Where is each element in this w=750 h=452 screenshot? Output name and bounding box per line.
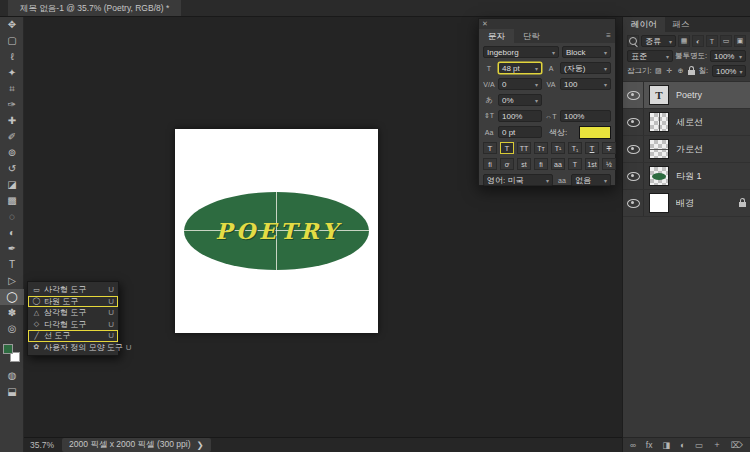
horizontal-scale-input[interactable]: 100% <box>560 110 611 122</box>
flyout-item-triangle-tool[interactable]: △ 삼각형 도구 U <box>28 307 118 319</box>
opacity-select[interactable]: 100% ▾ <box>710 50 746 62</box>
strikethrough-button[interactable]: T <box>602 142 616 154</box>
faux-italic-button[interactable]: T <box>500 142 514 154</box>
ligatures-button[interactable]: fi <box>483 158 497 170</box>
document-tab[interactable]: 제목 없음-1 @ 35.7% (Poetry, RGB/8) * <box>8 0 181 16</box>
poetry-text[interactable]: POETRY <box>184 192 369 270</box>
eyedropper-tool[interactable]: ✑ <box>0 97 24 113</box>
shape-tool[interactable]: ◯ <box>0 289 24 305</box>
history-brush-tool[interactable]: ↺ <box>0 161 24 177</box>
zoom-tool[interactable]: ◎ <box>0 321 24 337</box>
font-family-select[interactable]: Ingeborg ▾ <box>483 46 559 58</box>
blend-mode-select[interactable]: 표준 ▾ <box>627 50 673 62</box>
layer-visibility-toggle[interactable] <box>623 82 644 108</box>
fractions-button[interactable]: ½ <box>602 158 616 170</box>
underline-button[interactable]: T <box>585 142 599 154</box>
panel-menu-icon[interactable]: ≡ <box>602 29 615 43</box>
layer-name[interactable]: 타원 1 <box>676 170 746 183</box>
superscript-button[interactable]: T¹ <box>551 142 565 154</box>
layer-thumbnail[interactable] <box>649 112 669 132</box>
small-caps-button[interactable]: Tᴛ <box>534 142 548 154</box>
flyout-item-custom-shape-tool[interactable]: ✿ 사용자 정의 모양 도구 U <box>28 342 118 354</box>
flyout-item-line-tool[interactable]: ╱ 선 도구 U <box>28 330 118 342</box>
layer-visibility-toggle[interactable] <box>623 190 644 216</box>
layer-row-vertical-line[interactable]: 세로선 <box>623 109 750 136</box>
faux-bold-button[interactable]: T <box>483 142 497 154</box>
subscript-button[interactable]: T₁ <box>568 142 582 154</box>
lock-position-button[interactable]: ⊕ <box>676 67 685 75</box>
lock-all-button[interactable] <box>687 67 696 76</box>
stylistic-alternates-button[interactable]: aa <box>551 158 565 170</box>
dodge-tool[interactable]: ◐ <box>0 225 24 241</box>
adjustment-layer-icon[interactable]: ◐ <box>680 440 685 450</box>
layer-name[interactable]: 세로선 <box>676 116 746 129</box>
layer-name[interactable]: Poetry <box>676 90 746 100</box>
healing-brush-tool[interactable]: ✚ <box>0 113 24 129</box>
clone-stamp-tool[interactable]: ⊚ <box>0 145 24 161</box>
document-info-chip[interactable]: 2000 픽셀 x 2000 픽셀 (300 ppi) ❯ <box>62 438 211 452</box>
layer-filter-type-select[interactable]: 종류 ▾ <box>641 35 676 47</box>
layer-mask-icon[interactable]: ◨ <box>662 440 670 450</box>
gradient-tool[interactable]: ▩ <box>0 193 24 209</box>
blur-tool[interactable]: ◌ <box>0 209 24 225</box>
tab-layers[interactable]: 레이어 <box>623 17 665 32</box>
flyout-item-rectangle-tool[interactable]: ▭ 사각형 도구 U <box>28 284 118 296</box>
layer-style-fx-icon[interactable]: fx <box>646 440 653 450</box>
layer-visibility-toggle[interactable] <box>623 163 644 189</box>
pixel-filter-icon[interactable]: ▦ <box>678 35 690 47</box>
antialias-select[interactable]: 없음 ▾ <box>571 174 611 186</box>
layer-thumbnail[interactable] <box>649 193 669 213</box>
delete-layer-icon[interactable]: ⌦ <box>731 440 743 450</box>
layer-visibility-toggle[interactable] <box>623 136 644 162</box>
text-color-swatch[interactable] <box>579 126 611 139</box>
language-select[interactable]: 영어: 미국 ▾ <box>483 174 553 186</box>
marquee-tool[interactable]: ▢ <box>0 33 24 49</box>
layer-visibility-toggle[interactable] <box>623 109 644 135</box>
layer-row-ellipse[interactable]: 타원 1 <box>623 163 750 190</box>
move-tool[interactable]: ✥ <box>0 17 24 33</box>
baseline-shift-input[interactable]: 0 pt <box>498 126 542 138</box>
leading-select[interactable]: (자동) ▾ <box>560 62 611 74</box>
swash-button[interactable]: ﬁ <box>534 158 548 170</box>
magic-wand-tool[interactable]: ✦ <box>0 65 24 81</box>
layer-name[interactable]: 가로선 <box>676 143 746 156</box>
ordinals-button[interactable]: 1st <box>585 158 599 170</box>
brush-tool[interactable]: ✐ <box>0 129 24 145</box>
foreground-color-swatch[interactable] <box>3 344 13 354</box>
layer-name[interactable]: 배경 <box>676 197 739 210</box>
hand-tool[interactable]: ✽ <box>0 305 24 321</box>
type-filter-icon[interactable]: T <box>706 35 718 47</box>
layer-thumbnail[interactable] <box>649 166 669 186</box>
document-canvas[interactable]: POETRY <box>175 129 378 333</box>
new-group-icon[interactable]: ▭ <box>695 440 703 450</box>
adjustment-filter-icon[interactable]: ◐ <box>692 35 704 47</box>
layer-row-background[interactable]: 배경 <box>623 190 750 217</box>
fill-select[interactable]: 100% ▾ <box>712 65 746 77</box>
titling-alternates-button[interactable]: T <box>568 158 582 170</box>
quick-mask-button[interactable]: ◍ <box>0 368 24 384</box>
pen-tool[interactable]: ✒ <box>0 241 24 257</box>
contextual-alternates-button[interactable]: ơ <box>500 158 514 170</box>
screen-mode-button[interactable]: ⬓ <box>0 384 24 400</box>
tab-paragraph[interactable]: 단락 <box>514 29 549 43</box>
new-layer-icon[interactable]: ＋ <box>713 439 722 451</box>
link-layers-icon[interactable]: ∞ <box>630 440 636 450</box>
eraser-tool[interactable]: ◪ <box>0 177 24 193</box>
lasso-tool[interactable]: ℓ <box>0 49 24 65</box>
font-style-select[interactable]: Block ▾ <box>562 46 611 58</box>
flyout-item-polygon-tool[interactable]: ◇ 다각형 도구 U <box>28 319 118 331</box>
layer-thumbnail[interactable] <box>649 139 669 159</box>
crop-tool[interactable]: ⌗ <box>0 81 24 97</box>
vertical-scale-input[interactable]: 100% <box>498 110 542 122</box>
lock-image-pixels-button[interactable]: ✛ <box>665 67 674 75</box>
tsume-select[interactable]: 0% ▾ <box>498 94 542 106</box>
lock-transparent-pixels-button[interactable]: ▨ <box>654 67 663 75</box>
tab-paths[interactable]: 패스 <box>665 17 698 32</box>
close-icon[interactable]: ✕ <box>482 20 488 28</box>
tab-character[interactable]: 문자 <box>479 29 514 43</box>
smart-object-filter-icon[interactable]: ▣ <box>734 35 746 47</box>
type-tool[interactable]: T <box>0 257 24 273</box>
flyout-item-ellipse-tool[interactable]: ◯ 타원 도구 U <box>28 296 118 308</box>
text-layer-thumbnail[interactable]: T <box>649 85 669 105</box>
zoom-level-field[interactable]: 35.7% <box>30 440 54 450</box>
